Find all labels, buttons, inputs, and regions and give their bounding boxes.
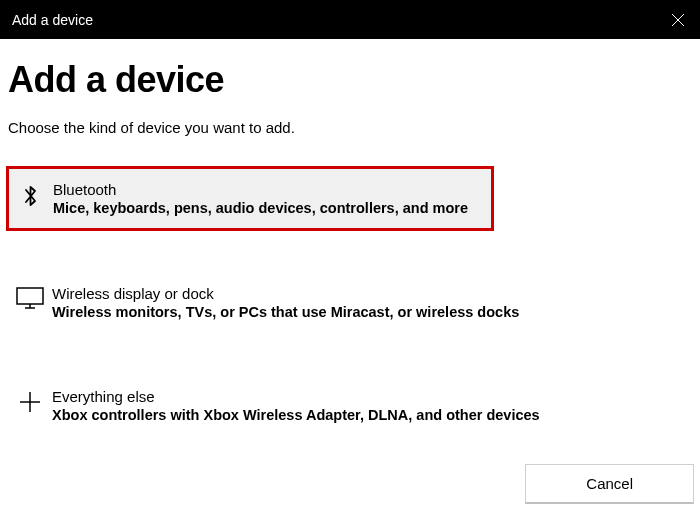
option-bluetooth-text: Bluetooth Mice, keyboards, pens, audio d… — [53, 181, 483, 216]
option-wireless-title: Wireless display or dock — [52, 285, 692, 302]
bluetooth-icon — [9, 181, 53, 209]
option-bluetooth[interactable]: Bluetooth Mice, keyboards, pens, audio d… — [6, 166, 494, 231]
dialog-content: Add a device Choose the kind of device y… — [0, 39, 700, 477]
titlebar: Add a device — [0, 0, 700, 39]
option-bluetooth-title: Bluetooth — [53, 181, 483, 198]
page-subtitle: Choose the kind of device you want to ad… — [8, 119, 692, 136]
device-options: Bluetooth Mice, keyboards, pens, audio d… — [8, 166, 692, 477]
option-bluetooth-desc: Mice, keyboards, pens, audio devices, co… — [53, 200, 483, 216]
close-icon — [672, 14, 684, 26]
option-wireless-display[interactable]: Wireless display or dock Wireless monito… — [8, 271, 692, 334]
option-everything-desc: Xbox controllers with Xbox Wireless Adap… — [52, 407, 692, 423]
option-everything-else[interactable]: Everything else Xbox controllers with Xb… — [8, 374, 692, 437]
monitor-icon — [8, 285, 52, 309]
svg-rect-2 — [17, 288, 43, 304]
option-wireless-text: Wireless display or dock Wireless monito… — [52, 285, 692, 320]
plus-icon — [8, 388, 52, 414]
titlebar-title: Add a device — [12, 12, 93, 28]
option-everything-title: Everything else — [52, 388, 692, 405]
page-title: Add a device — [8, 59, 692, 101]
cancel-button[interactable]: Cancel — [525, 464, 694, 504]
close-button[interactable] — [668, 10, 688, 30]
option-wireless-desc: Wireless monitors, TVs, or PCs that use … — [52, 304, 692, 320]
dialog-footer: Cancel — [525, 464, 694, 504]
option-everything-text: Everything else Xbox controllers with Xb… — [52, 388, 692, 423]
